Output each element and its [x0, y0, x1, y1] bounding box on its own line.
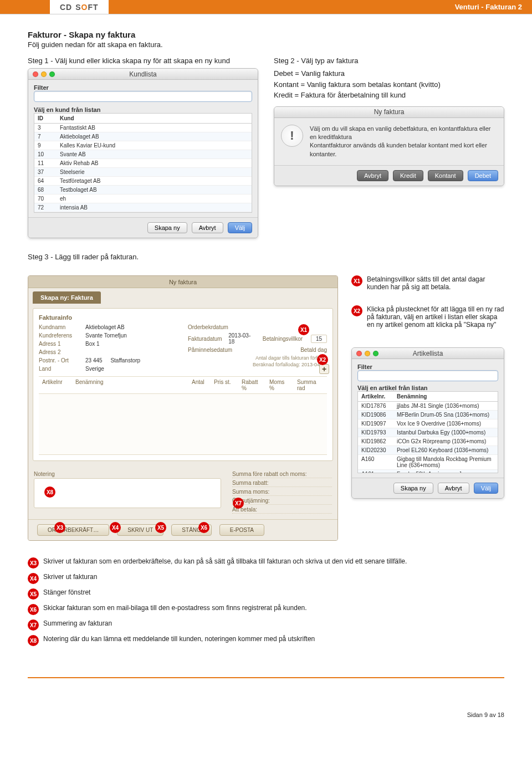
- kundlista-header: ID Kund: [34, 113, 252, 123]
- kundlista-titlebar: Kundlista: [28, 69, 258, 80]
- step2-heading: Steg 2 - Välj typ av faktura: [274, 57, 504, 65]
- badge-x3: X3: [54, 522, 65, 533]
- col-id: ID: [34, 114, 57, 123]
- avbryt-button[interactable]: Avbryt: [192, 222, 223, 233]
- art-avbryt-button[interactable]: Avbryt: [438, 483, 469, 494]
- callout-x3: Skriver ut fakturan som en orderbekräfte…: [43, 557, 504, 565]
- adress1-label: Adress 1: [39, 341, 82, 347]
- kundlista-list-label: Välj en kund från listan: [34, 106, 252, 113]
- col-ben2: Benämning: [393, 392, 498, 401]
- artikellista-body[interactable]: KID17876jjlabs JM-81 Single (1036+moms)K…: [357, 401, 498, 473]
- artikellista-window: Artikellista Filter Välj en artikel från…: [351, 347, 504, 499]
- list-item[interactable]: 70eh: [34, 194, 252, 203]
- kundlista-body[interactable]: 3Fantastiskt AB7Aktiebolaget AB9Kalles K…: [34, 123, 252, 213]
- artikellista-header: Artikelnr. Benämning: [357, 391, 498, 401]
- brand-ft: FT: [88, 3, 98, 12]
- minimize-icon[interactable]: [365, 351, 370, 356]
- land-label: Land: [39, 366, 82, 372]
- footer-rule: [28, 677, 504, 678]
- zoom-icon[interactable]: [373, 351, 378, 356]
- notering-input[interactable]: [34, 478, 221, 508]
- art-filter-input[interactable]: [357, 370, 498, 381]
- callout-x4: Skriver ut fakturan: [43, 573, 504, 581]
- step3-heading: Steg 3 - Lägg till rader på fakturan.: [28, 253, 504, 261]
- close-icon[interactable]: [33, 71, 38, 77]
- col-antal: Antal: [188, 379, 211, 391]
- skapa-ny-button[interactable]: Skapa ny: [147, 222, 187, 233]
- art-skapa-ny-button[interactable]: Skapa ny: [393, 483, 433, 494]
- filter-input[interactable]: [34, 91, 252, 102]
- callout-badge-x8: X8: [28, 635, 39, 646]
- close-icon[interactable]: [356, 351, 362, 356]
- dialog-kontant-button[interactable]: Kontant: [428, 170, 463, 181]
- art-list-label: Välj en artikel från listan: [357, 385, 498, 391]
- col-rabatt: Rabatt %: [238, 379, 266, 391]
- section-subtitle: Följ guiden nedan för att skapa en faktu…: [28, 40, 504, 49]
- grid-header: Artikelnr Benämning Antal Pris st. Rabat…: [39, 376, 327, 394]
- list-item[interactable]: 11Aktiv Rehab AB: [34, 159, 252, 168]
- list-item[interactable]: 9Kalles Kaviar EU-kund: [34, 141, 252, 150]
- dialog-avbryt-button[interactable]: Avbryt: [357, 170, 388, 181]
- grid-empty-area: [39, 394, 327, 455]
- faktura-window-title: Ny faktura: [169, 279, 197, 285]
- list-item[interactable]: KID17876jjlabs JM-81 Single (1036+moms): [358, 402, 498, 411]
- brand-logo: CD SOFT: [50, 3, 109, 12]
- add-row-button[interactable]: +: [319, 364, 329, 374]
- col-moms: Moms %: [266, 379, 294, 391]
- list-item[interactable]: 37Steelserie: [34, 168, 252, 177]
- sum-moms: Summa moms:: [232, 489, 269, 495]
- filter-label: Filter: [34, 84, 252, 91]
- list-item[interactable]: 64Testföretaget AB: [34, 177, 252, 186]
- list-item[interactable]: 10Svante AB: [34, 150, 252, 159]
- topbar-accent-right: Venturi - Fakturan 2: [109, 0, 532, 14]
- dialog-kredit-button[interactable]: Kredit: [393, 170, 423, 181]
- orderbekr-label: Orderbekrdatum: [188, 324, 231, 330]
- art-valj-button[interactable]: Välj: [474, 483, 498, 494]
- step2-line1: Debet = Vanlig faktura: [274, 68, 504, 79]
- list-item[interactable]: KID19097Vox Ice 9 Overdrive (1036+moms): [358, 419, 498, 428]
- dialog-text: Välj om du vill skapa en vanlig debetfak…: [310, 125, 497, 159]
- badge-x2: X2: [317, 354, 328, 365]
- list-item[interactable]: 68Testbolaget AB: [34, 186, 252, 194]
- callout-badge-x5: X5: [28, 588, 39, 600]
- callout-badge-x2: X2: [351, 305, 362, 316]
- art-filter-label: Filter: [357, 363, 498, 370]
- nyfaktura-title: Ny faktura: [274, 108, 504, 116]
- forfallo-note: Antal dagar tills fakturan förfaller Ber…: [188, 355, 327, 368]
- fakturadat-value: 2013-03-18: [228, 332, 253, 345]
- badge-x6: X6: [198, 522, 209, 533]
- list-item[interactable]: 3Fantastiskt AB: [34, 124, 252, 132]
- badge-x4: X4: [110, 522, 121, 533]
- page-footer: Sidan 9 av 18: [0, 711, 532, 718]
- zoom-icon[interactable]: [49, 71, 55, 77]
- artikellista-titlebar: Artikellista: [352, 348, 504, 359]
- sum-rabatt: Summa rabatt:: [232, 480, 269, 486]
- minimize-icon[interactable]: [41, 71, 47, 77]
- eposta-button[interactable]: E-POSTA: [219, 524, 264, 536]
- callout-x1: Betalningsvillkor sätts till det antal d…: [367, 275, 504, 291]
- list-item[interactable]: A161Fender 50th Anniversary Jaguar Burgu…: [358, 470, 498, 473]
- faktura-window: Ny faktura Skapa ny: Faktura Fakturainfo…: [28, 275, 338, 541]
- callout-x6: Skickar fakturan som en mail-bilaga till…: [43, 604, 504, 612]
- brand-o: O: [81, 3, 88, 12]
- section-title: Fakturor - Skapa ny faktura: [28, 30, 504, 39]
- list-item[interactable]: 7Aktiebolaget AB: [34, 132, 252, 141]
- list-item[interactable]: A160Gigbag till Mandola Rockbag Premium …: [358, 455, 498, 470]
- callout-badge-x1: X1: [351, 275, 362, 286]
- callout-x5: Stänger fönstret: [43, 588, 504, 596]
- list-item[interactable]: KID19086MFBerlin Drum-05 Sna (1036+moms): [358, 411, 498, 419]
- kundreferens-value: Svante Tornefjun: [85, 332, 127, 339]
- list-item[interactable]: KID20230Proel EL260 Keyboard (1036+moms): [358, 446, 498, 455]
- list-item[interactable]: KID19793Istanbul Darbuka Egy (1000+moms): [358, 428, 498, 437]
- nyfaktura-dialog: Ny faktura ! Välj om du vill skapa en va…: [274, 106, 504, 187]
- list-item[interactable]: KID19862iCOn G2x Rörpreamp (1036+moms): [358, 437, 498, 446]
- dialog-debet-button[interactable]: Debet: [468, 170, 498, 181]
- orderbekraft-button[interactable]: ORDERBEKRÄFT…: [37, 524, 109, 536]
- ort-value: Staffanstorp: [110, 357, 140, 363]
- valj-button[interactable]: Välj: [228, 222, 252, 233]
- notering-label: Notering: [34, 471, 221, 477]
- callout-badge-x7: X7: [28, 619, 39, 631]
- betvillkor-value[interactable]: 15: [311, 335, 327, 343]
- paminnelse-label: Påminnelsedatum: [188, 347, 231, 353]
- list-item[interactable]: 72intensia AB: [34, 203, 252, 212]
